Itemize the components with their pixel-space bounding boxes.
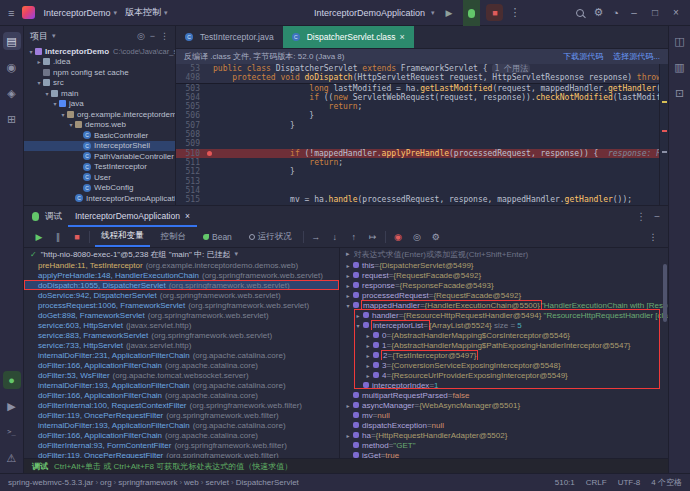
code-line[interactable]: 505 return; (176, 102, 668, 111)
var-expander-icon[interactable]: ▸ (344, 272, 352, 279)
tree-item[interactable]: ▾InterceptorDemoC:\code\Java\car_study\M… (24, 46, 175, 57)
commit-tool-icon[interactable]: ◉ (3, 58, 21, 76)
tab-dispatcherservlet[interactable]: C DispatcherServlet.class × (283, 26, 414, 48)
frame-row[interactable]: doFilterInternal:93, FormContentFilter (… (24, 440, 339, 450)
thread-selector[interactable]: ✓ "http-nio-8080-exec-1"@5,238 在组 "main"… (24, 248, 339, 260)
hide-icon[interactable]: − (654, 211, 660, 222)
code-line[interactable]: 512 } (176, 167, 668, 176)
frame-row[interactable]: doFilterInternal:100, RequestContextFilt… (24, 400, 339, 410)
debug-tool-icon[interactable]: ● (3, 371, 21, 389)
database-tool-icon[interactable]: ⊡ (671, 84, 689, 102)
evaluate-expression-input[interactable]: ▸ 对表达式求值(Enter)或添加监视(Ctrl+Shift+Enter) (340, 248, 668, 260)
var-expander-icon[interactable]: ▸ (364, 372, 372, 379)
search-icon[interactable] (576, 9, 584, 17)
frame-row[interactable]: preHandle:11, TestInterceptor (org.examp… (24, 260, 339, 270)
frame-row[interactable]: doFilter:166, ApplicationFilterChain (or… (24, 360, 339, 370)
variable-row[interactable]: ▸this = {DispatcherServlet@5499} (340, 260, 668, 270)
resume-icon[interactable]: ▶ (32, 232, 46, 242)
notifications-tool-icon[interactable]: ◫ (671, 32, 689, 50)
code-line[interactable]: 498 protected void doDispatch(HttpServle… (176, 73, 668, 83)
settings-icon[interactable]: ⚙ (429, 232, 443, 242)
frame-row[interactable]: doFilter:119, OncePerRequestFilter (org.… (24, 410, 339, 420)
code-line[interactable]: 504 if ((new ServletWebRequest(request, … (176, 93, 668, 102)
run-button[interactable]: ▶ (440, 4, 457, 21)
var-expander-icon[interactable]: ▸ (344, 262, 352, 269)
close-icon[interactable]: × (400, 32, 405, 42)
breadcrumb-item[interactable]: DispatcherServlet (236, 478, 299, 487)
frame-row[interactable]: internalDoFilter:193, ApplicationFilterC… (24, 380, 339, 390)
breadcrumb-item[interactable]: org (100, 478, 112, 487)
variable-row[interactable]: dispatchException = null (340, 420, 668, 430)
choose-sources-link[interactable]: 选择源代码... (613, 51, 660, 62)
breadcrumb-item[interactable]: springframework (118, 478, 177, 487)
maven-tool-icon[interactable]: ▥ (671, 58, 689, 76)
structure-tool-icon[interactable]: ◈ (3, 84, 21, 102)
code-line[interactable]: 510 if (!mappedHandler.applyPreHandle(pr… (176, 149, 668, 158)
code-line[interactable]: 515 mv = ha.handle(processedRequest, res… (176, 195, 668, 204)
step-into-icon[interactable]: ↓ (328, 232, 342, 242)
variable-row[interactable]: ▸ha = {HttpRequestHandlerAdapter@5502} (340, 430, 668, 440)
frame-row[interactable]: service:883, FrameworkServlet (org.sprin… (24, 330, 339, 340)
frame-row[interactable]: doGet:898, FrameworkServlet (org.springf… (24, 310, 339, 320)
frame-row[interactable]: doFilter:119, OncePerRequestFilter (org.… (24, 450, 339, 458)
run-tool-icon[interactable]: ▶ (3, 397, 21, 415)
more-icon[interactable]: ⋮ (646, 232, 660, 242)
tab-beans[interactable]: Bean (197, 227, 238, 247)
project-panel-title[interactable]: 项目 (30, 30, 48, 43)
variable-row[interactable]: isGet = true (340, 450, 668, 458)
tab-console[interactable]: 控制台 (155, 227, 193, 247)
code-line[interactable]: 514 (176, 186, 668, 195)
code-line[interactable]: 511 return; (176, 158, 668, 167)
settings-icon[interactable]: ⚙ (593, 6, 603, 19)
notifications-icon[interactable]: ◔ (612, 7, 619, 19)
minimize-button[interactable]: – (628, 7, 640, 18)
code-area[interactable]: 53public class DispatcherServlet extends… (176, 64, 668, 205)
frame-row[interactable]: internalDoFilter:193, ApplicationFilterC… (24, 420, 339, 430)
tab-testinterceptor[interactable]: C TestInterceptor.java (176, 26, 283, 48)
project-tool-icon[interactable]: ▤ (3, 32, 21, 50)
project-selector[interactable]: InterceptorDemo ▾ (43, 8, 117, 18)
stop-icon[interactable]: ■ (70, 232, 84, 242)
code-line[interactable]: 53public class DispatcherServlet extends… (176, 64, 668, 73)
variable-row[interactable]: ▸3 = {ConversionServiceExposingIntercept… (340, 360, 668, 370)
maximize-button[interactable]: □ (649, 7, 661, 18)
variable-row[interactable]: mv = null (340, 410, 668, 420)
collapse-all-icon[interactable]: − (150, 31, 155, 41)
var-expander-icon[interactable]: ▾ (354, 322, 362, 329)
frame-row[interactable]: service:733, HttpServlet (javax.servlet.… (24, 340, 339, 350)
tree-item[interactable]: CUser (24, 172, 175, 183)
code-line[interactable]: 503 long lastModified = ha.getLastModifi… (176, 84, 668, 93)
var-expander-icon[interactable]: ▾ (344, 302, 352, 309)
code-line[interactable]: 513 (176, 177, 668, 186)
tree-item[interactable]: ▾java (24, 99, 175, 110)
frame-row[interactable]: doDispatch:1055, DispatcherServlet (org.… (24, 280, 339, 290)
close-button[interactable]: × (670, 7, 682, 18)
var-expander-icon[interactable]: ▸ (364, 352, 372, 359)
editor-scrollbar[interactable] (659, 64, 668, 205)
tree-item[interactable]: ▸.idea (24, 57, 175, 68)
tab-threads-variables[interactable]: 线程和变量 (95, 227, 150, 247)
variable-row[interactable]: ▸response = {ResponseFacade@5493} (340, 280, 668, 290)
var-expander-icon[interactable]: ▸ (364, 362, 372, 369)
close-icon[interactable]: × (185, 211, 190, 221)
tree-item[interactable]: ▾src (24, 78, 175, 89)
breadcrumb-item[interactable]: web (184, 478, 199, 487)
line-ending[interactable]: CRLF (586, 478, 607, 487)
variable-row[interactable]: ▸request = {RequestFacade@5492} (340, 270, 668, 280)
frame-row[interactable]: doFilter:166, ApplicationFilterChain (or… (24, 390, 339, 400)
download-sources-link[interactable]: 下载源代码 (563, 51, 603, 62)
tab-health[interactable]: 运行状况 (243, 227, 298, 247)
tree-item[interactable]: CPathVariableController (24, 151, 175, 162)
var-expander-icon[interactable]: ▸ (344, 282, 352, 289)
locate-file-icon[interactable]: ◎ (137, 31, 145, 41)
tree-item[interactable]: ▾demos.web (24, 120, 175, 131)
more-icon[interactable]: ⋮ (636, 211, 646, 222)
variable-row[interactable]: ▸2 = {TestInterceptor@5497} (340, 350, 668, 360)
tree-item[interactable]: CInterceptorShell (24, 141, 175, 152)
tree-item[interactable]: CTestInterceptor (24, 162, 175, 173)
tree-item[interactable]: CInterceptorDemoApplication (24, 193, 175, 204)
file-encoding[interactable]: UTF-8 (618, 478, 641, 487)
variable-row[interactable]: multipartRequestParsed = false (340, 390, 668, 400)
cursor-position[interactable]: 510:1 (555, 478, 575, 487)
frame-row[interactable]: doFilter:166, ApplicationFilterChain (or… (24, 430, 339, 440)
